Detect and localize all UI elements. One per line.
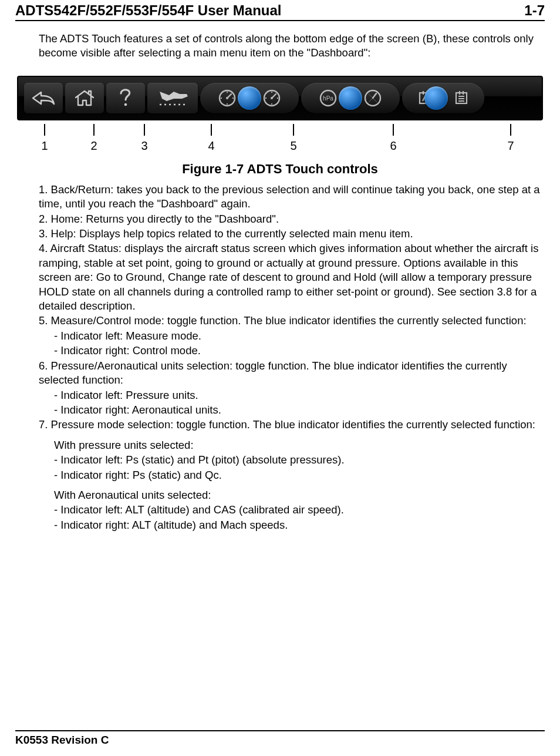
svg-rect-9 — [456, 93, 467, 103]
toggle-indicator — [238, 86, 261, 110]
list-subitem: - Indicator left: ALT (altitude) and CAS… — [54, 503, 541, 517]
home-icon — [73, 89, 96, 107]
controls-description-list: 1. Back/Return: takes you back to the pr… — [39, 183, 541, 532]
list-subitem: - Indicator left: Measure mode. — [54, 329, 541, 343]
back-button[interactable] — [24, 83, 63, 113]
list-item: 7. Pressure mode selection: toggle funct… — [39, 418, 541, 432]
adts-touch-toolbar: hPa — [17, 76, 543, 120]
callout-line: 7 — [510, 124, 511, 136]
aircraft-landing-icon — [156, 88, 189, 108]
callout-line: 4 — [211, 124, 212, 136]
gauge-icon — [262, 88, 282, 108]
gauge-icon — [217, 88, 237, 108]
callout-line: 5 — [293, 124, 294, 136]
toggle-indicator — [424, 86, 448, 110]
intro-paragraph: The ADTS Touch features a set of control… — [39, 32, 545, 61]
callout-line: 2 — [93, 124, 95, 136]
measure-control-toggle[interactable] — [200, 83, 299, 113]
help-button[interactable] — [106, 83, 145, 113]
back-arrow-icon — [32, 90, 55, 106]
list-item: 4. Aircraft Status: displays the aircraf… — [39, 241, 541, 313]
home-button[interactable] — [65, 83, 104, 113]
list-subitem: - Indicator right: Control mode. — [54, 344, 541, 358]
pressure-units-icon: hPa — [318, 88, 338, 108]
list-subheading: With pressure units selected: — [54, 438, 541, 452]
list-item: 1. Back/Return: takes you back to the pr… — [39, 183, 541, 211]
callout-line: 6 — [393, 124, 394, 136]
list-subitem: - Indicator left: Ps (static) and Pt (pi… — [54, 453, 541, 467]
list-subitem: - Indicator right: Ps (static) and Qc. — [54, 468, 541, 482]
callout-label: 7 — [507, 139, 514, 153]
callout-line: 3 — [144, 124, 145, 136]
list-subitem: - Indicator right: Aeronautical units. — [54, 403, 541, 417]
callout-label: 3 — [141, 139, 147, 153]
toggle-indicator — [339, 86, 362, 110]
callout-line: 1 — [44, 124, 45, 136]
callout-label: 1 — [41, 139, 48, 153]
list-subitem: - Indicator right: ALT (altitude) and Ma… — [54, 518, 541, 532]
ps-qc-icon — [453, 89, 470, 107]
list-item: 6. Pressure/Aeronautical units selection… — [39, 359, 541, 388]
callout-label: 2 — [90, 139, 97, 153]
toggle-right-ps-qc — [443, 86, 480, 110]
callout-label: 6 — [390, 139, 396, 153]
callout-label: 5 — [290, 139, 296, 153]
page-header: ADTS542F/552F/553F/554F User Manual 1-7 — [15, 0, 545, 21]
question-icon — [117, 88, 134, 108]
pressure-mode-toggle[interactable] — [402, 83, 484, 113]
list-subheading: With Aeronautical units selected: — [54, 488, 541, 502]
list-item: 2. Home: Returns you directly to the "Da… — [39, 212, 541, 226]
document-title: ADTS542F/552F/553F/554F User Manual — [15, 2, 282, 19]
toolbar-figure: hPa — [17, 76, 543, 120]
list-item: 5. Measure/Control mode: toggle function… — [39, 314, 541, 328]
list-item: 3. Help: Displays help topics related to… — [39, 227, 541, 241]
aero-units-icon — [363, 88, 383, 108]
page-number: 1-7 — [524, 2, 545, 19]
page-footer: K0553 Revision C — [15, 730, 545, 747]
units-toggle[interactable]: hPa — [301, 83, 400, 113]
figure-title: Figure 1-7 ADTS Touch controls — [15, 162, 545, 177]
callout-label: 4 — [208, 139, 214, 153]
figure-callouts: 1 2 3 4 5 6 7 — [17, 124, 543, 158]
list-subitem: - Indicator left: Pressure units. — [54, 388, 541, 402]
aircraft-status-button[interactable] — [147, 83, 198, 113]
svg-text:hPa: hPa — [323, 95, 333, 102]
svg-point-2 — [226, 97, 228, 99]
svg-point-4 — [271, 97, 273, 99]
svg-point-0 — [124, 103, 127, 106]
